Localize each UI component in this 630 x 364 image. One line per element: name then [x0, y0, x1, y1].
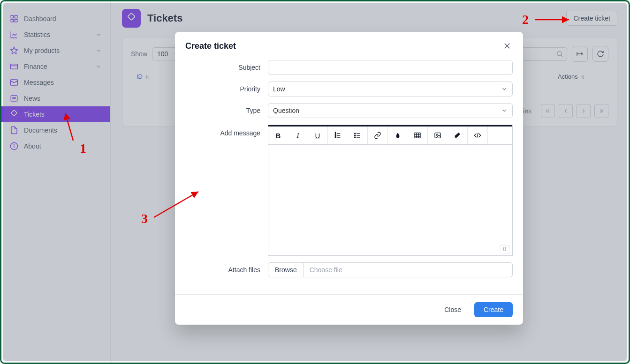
- chevron-down-icon: [95, 63, 102, 70]
- column-actions[interactable]: Actions⇅: [552, 68, 608, 85]
- svg-point-14: [14, 144, 15, 145]
- modal-close-btn[interactable]: Close: [438, 302, 468, 317]
- page-last-button[interactable]: [594, 104, 608, 118]
- ordered-list-button[interactable]: 123: [328, 126, 348, 144]
- code-button[interactable]: [468, 126, 487, 144]
- svg-rect-5: [11, 64, 18, 69]
- message-textarea[interactable]: 0: [268, 145, 512, 255]
- subject-input[interactable]: [268, 60, 513, 75]
- svg-rect-15: [128, 13, 135, 20]
- finance-icon: [10, 62, 18, 71]
- sidebar-item-statistics[interactable]: Statistics: [1, 27, 110, 43]
- sidebar-item-about[interactable]: About: [1, 138, 110, 154]
- chevron-down-icon: [95, 31, 102, 38]
- sidebar-item-label: Statistics: [24, 31, 50, 38]
- annotation-arrow-3: [152, 188, 203, 221]
- sidebar-item-label: Tickets: [24, 111, 45, 118]
- chevron-down-icon: [501, 107, 508, 114]
- svg-point-16: [557, 52, 562, 56]
- modal-title: Create ticket: [185, 41, 236, 51]
- sidebar-item-documents[interactable]: Documents: [1, 122, 110, 138]
- svg-line-46: [154, 192, 198, 217]
- svg-rect-0: [11, 15, 13, 18]
- dashboard-icon: [10, 15, 18, 23]
- message-label: Add message: [185, 125, 260, 137]
- info-icon: [10, 142, 18, 150]
- type-label: Type: [185, 107, 260, 114]
- page-title-icon: [122, 9, 141, 28]
- chevron-down-icon: [501, 86, 508, 92]
- italic-button[interactable]: I: [288, 126, 308, 144]
- sidebar-item-finance[interactable]: Finance: [1, 59, 110, 74]
- page-title: Tickets: [147, 12, 182, 24]
- bold-button[interactable]: B: [268, 126, 288, 144]
- svg-line-17: [561, 55, 562, 57]
- annotation-2: 2: [522, 12, 529, 27]
- chevron-down-icon: [95, 47, 102, 54]
- attach-label: Attach files: [185, 266, 260, 274]
- svg-line-44: [65, 113, 73, 141]
- subject-label: Subject: [185, 64, 260, 71]
- annotation-3: 3: [141, 211, 148, 226]
- eraser-button[interactable]: [448, 126, 467, 144]
- link-button[interactable]: [368, 126, 387, 144]
- svg-point-42: [436, 134, 438, 135]
- svg-rect-1: [15, 15, 17, 18]
- svg-point-33: [355, 133, 356, 134]
- svg-rect-11: [11, 110, 17, 116]
- document-icon: [10, 126, 18, 134]
- mail-icon: [10, 78, 18, 87]
- annotation-1: 1: [80, 141, 86, 156]
- sidebar: Dashboard Statistics My products Fina: [1, 1, 111, 363]
- sidebar-item-label: About: [24, 142, 41, 150]
- svg-rect-3: [15, 20, 17, 22]
- sidebar-item-label: My products: [24, 47, 60, 54]
- expand-columns-button[interactable]: [572, 46, 588, 62]
- svg-rect-2: [11, 20, 13, 22]
- chart-icon: [10, 30, 18, 39]
- sidebar-item-label: Messages: [24, 79, 54, 86]
- page-prev-button[interactable]: [559, 104, 573, 118]
- page-first-button[interactable]: [541, 104, 555, 118]
- svg-rect-36: [415, 133, 420, 138]
- search-icon: [556, 50, 563, 58]
- sidebar-item-dashboard[interactable]: Dashboard: [1, 11, 110, 27]
- color-button[interactable]: [388, 126, 408, 144]
- svg-point-34: [355, 135, 356, 136]
- annotation-arrow-2: [534, 16, 571, 23]
- character-counter: 0: [500, 245, 509, 253]
- create-ticket-modal: Create ticket Subject Priority Low Type: [175, 32, 523, 325]
- sidebar-item-label: Documents: [24, 126, 57, 134]
- svg-point-35: [355, 137, 356, 138]
- sidebar-item-my-products[interactable]: My products: [1, 43, 110, 59]
- sidebar-item-label: Dashboard: [24, 15, 56, 22]
- modal-create-btn[interactable]: Create: [474, 302, 513, 317]
- refresh-button[interactable]: [592, 46, 608, 62]
- star-icon: [10, 46, 18, 55]
- svg-text:3: 3: [335, 136, 336, 138]
- create-ticket-button[interactable]: Create ticket: [566, 11, 617, 26]
- sidebar-item-messages[interactable]: Messages: [1, 74, 110, 90]
- priority-select[interactable]: Low: [268, 82, 513, 97]
- rich-text-editor: B I U 123: [268, 125, 513, 256]
- sidebar-item-label: News: [24, 95, 40, 102]
- annotation-arrow-1: [61, 110, 76, 143]
- svg-line-43: [477, 133, 478, 138]
- show-label: Show: [131, 50, 147, 58]
- page-next-button[interactable]: [577, 104, 591, 118]
- browse-button[interactable]: Browse: [268, 262, 304, 277]
- ticket-icon: [10, 110, 18, 119]
- modal-close-button[interactable]: [501, 40, 513, 52]
- priority-label: Priority: [185, 85, 260, 93]
- news-icon: [10, 94, 18, 103]
- sidebar-item-tickets[interactable]: Tickets: [1, 106, 110, 122]
- table-button[interactable]: [408, 126, 427, 144]
- svg-marker-4: [11, 47, 18, 54]
- image-button[interactable]: [428, 126, 448, 144]
- unordered-list-button[interactable]: [348, 126, 367, 144]
- sidebar-item-label: Finance: [24, 63, 47, 70]
- file-placeholder[interactable]: Choose file: [304, 262, 513, 277]
- underline-button[interactable]: U: [308, 126, 327, 144]
- type-select[interactable]: Question: [268, 103, 513, 118]
- sidebar-item-news[interactable]: News: [1, 90, 110, 106]
